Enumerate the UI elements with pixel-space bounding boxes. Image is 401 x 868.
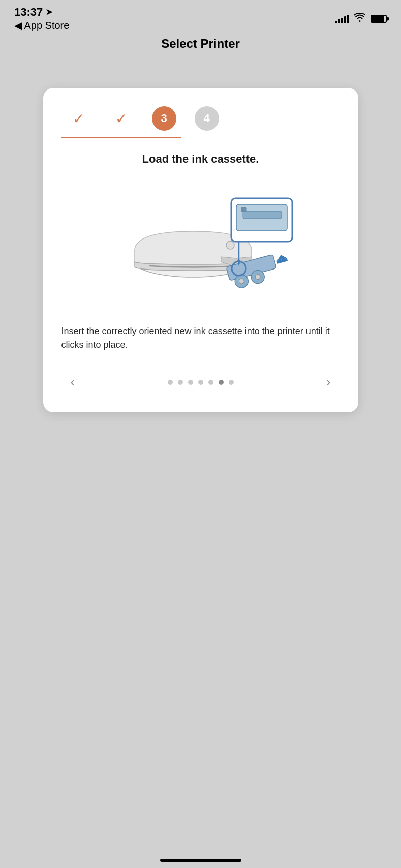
step-3-label: 3 (161, 112, 167, 125)
signal-bar-4 (344, 16, 346, 23)
svg-point-1 (226, 241, 234, 249)
home-indicator (160, 859, 241, 862)
back-label: ◀ App Store (14, 19, 69, 32)
signal-bar-5 (347, 15, 349, 23)
battery-fill (372, 16, 384, 22)
illustration (61, 178, 340, 310)
status-bar: 13:37 ➤ ◀ App Store (0, 0, 401, 31)
dot-1 (168, 380, 173, 385)
step-4-label: 4 (203, 112, 209, 125)
page-title: Select Printer (161, 37, 240, 51)
signal-bars (335, 14, 349, 23)
signal-bar-3 (341, 18, 343, 23)
svg-rect-13 (241, 207, 246, 212)
instruction-title: Load the ink cassette. (61, 153, 340, 166)
step-1-check: ✓ (67, 106, 91, 131)
prev-button[interactable]: ‹ (67, 370, 79, 394)
next-button[interactable]: › (322, 370, 335, 394)
step-3-active: 3 (152, 106, 176, 131)
steps-progress-bar (61, 137, 181, 138)
dot-7 (229, 380, 234, 385)
signal-bar-1 (335, 21, 337, 23)
step-4-inactive: 4 (195, 106, 219, 131)
dot-3 (188, 380, 193, 385)
main-content: ✓ ✓ 3 4 Load the ink cassette. (0, 57, 401, 433)
dot-5 (208, 380, 213, 385)
battery-icon (371, 15, 387, 23)
dot-2 (178, 380, 183, 385)
steps-container: ✓ ✓ 3 4 (61, 106, 340, 138)
step-2-check: ✓ (109, 106, 134, 131)
time-display: 13:37 (14, 6, 43, 18)
nav-controls: ‹ › (61, 370, 340, 394)
status-time: 13:37 ➤ (14, 6, 52, 18)
description-text: Insert the correctly oriented new ink ca… (61, 324, 340, 352)
signal-bar-2 (338, 19, 340, 23)
svg-rect-12 (243, 211, 282, 219)
pagination-dots (168, 380, 234, 385)
wifi-icon (354, 13, 365, 25)
status-left: 13:37 ➤ ◀ App Store (14, 6, 69, 32)
dot-4 (198, 380, 203, 385)
printer-illustration (104, 183, 297, 305)
instruction-card: ✓ ✓ 3 4 Load the ink cassette. (43, 88, 358, 412)
nav-bar: Select Printer (0, 31, 401, 57)
dot-6-active (219, 380, 224, 385)
steps-row: ✓ ✓ 3 4 (61, 106, 219, 131)
location-icon: ➤ (46, 8, 52, 17)
status-right (335, 13, 387, 25)
app-store-back-button[interactable]: ◀ App Store (14, 19, 69, 32)
